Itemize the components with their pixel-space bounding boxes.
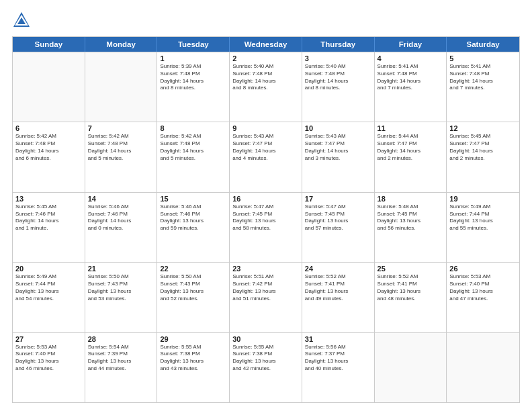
- day-info: Sunrise: 5:55 AM Sunset: 7:38 PM Dayligh…: [160, 344, 226, 373]
- day-info: Sunrise: 5:48 AM Sunset: 7:45 PM Dayligh…: [378, 203, 444, 232]
- logo: [12, 11, 34, 30]
- calendar-cell: 12Sunrise: 5:45 AM Sunset: 7:47 PM Dayli…: [447, 122, 519, 191]
- calendar-cell: 1Sunrise: 5:39 AM Sunset: 7:48 PM Daylig…: [157, 52, 230, 122]
- calendar-row: 13Sunrise: 5:45 AM Sunset: 7:46 PM Dayli…: [13, 192, 519, 262]
- day-info: Sunrise: 5:42 AM Sunset: 7:48 PM Dayligh…: [15, 133, 82, 162]
- calendar-cell: [85, 52, 158, 122]
- calendar-cell: 30Sunrise: 5:55 AM Sunset: 7:38 PM Dayli…: [230, 333, 302, 402]
- calendar-cell: [13, 52, 85, 122]
- day-number: 9: [232, 124, 299, 132]
- day-info: Sunrise: 5:42 AM Sunset: 7:48 PM Dayligh…: [160, 133, 226, 162]
- day-number: 17: [305, 195, 371, 203]
- calendar-cell: 15Sunrise: 5:46 AM Sunset: 7:46 PM Dayli…: [157, 193, 230, 262]
- day-info: Sunrise: 5:52 AM Sunset: 7:41 PM Dayligh…: [378, 273, 444, 302]
- calendar-cell: 26Sunrise: 5:53 AM Sunset: 7:40 PM Dayli…: [447, 263, 519, 332]
- day-number: 29: [160, 335, 226, 343]
- day-info: Sunrise: 5:52 AM Sunset: 7:41 PM Dayligh…: [305, 273, 371, 302]
- calendar-cell: 7Sunrise: 5:42 AM Sunset: 7:48 PM Daylig…: [85, 122, 158, 191]
- day-number: 26: [449, 265, 517, 273]
- day-info: Sunrise: 5:50 AM Sunset: 7:43 PM Dayligh…: [160, 273, 226, 302]
- calendar-cell: 23Sunrise: 5:51 AM Sunset: 7:42 PM Dayli…: [230, 263, 302, 332]
- day-number: 13: [15, 195, 82, 203]
- day-info: Sunrise: 5:45 AM Sunset: 7:47 PM Dayligh…: [449, 133, 517, 162]
- day-info: Sunrise: 5:41 AM Sunset: 7:48 PM Dayligh…: [378, 63, 444, 92]
- day-number: 30: [232, 335, 299, 343]
- day-info: Sunrise: 5:43 AM Sunset: 7:47 PM Dayligh…: [232, 133, 299, 162]
- calendar-row: 6Sunrise: 5:42 AM Sunset: 7:48 PM Daylig…: [13, 122, 519, 191]
- calendar-cell: 21Sunrise: 5:50 AM Sunset: 7:43 PM Dayli…: [85, 263, 158, 332]
- day-number: 18: [378, 195, 444, 203]
- calendar-row: 20Sunrise: 5:49 AM Sunset: 7:44 PM Dayli…: [13, 262, 519, 332]
- day-number: 1: [160, 54, 226, 62]
- calendar-cell: 6Sunrise: 5:42 AM Sunset: 7:48 PM Daylig…: [13, 122, 85, 191]
- logo-icon: [12, 11, 31, 30]
- calendar-cell: [447, 333, 519, 402]
- day-info: Sunrise: 5:47 AM Sunset: 7:45 PM Dayligh…: [305, 203, 371, 232]
- calendar-cell: [375, 333, 447, 402]
- day-info: Sunrise: 5:50 AM Sunset: 7:43 PM Dayligh…: [88, 273, 154, 302]
- weekday-header: Tuesday: [157, 37, 230, 52]
- day-number: 10: [305, 124, 371, 132]
- day-number: 19: [449, 195, 517, 203]
- day-number: 15: [160, 195, 226, 203]
- day-info: Sunrise: 5:54 AM Sunset: 7:39 PM Dayligh…: [88, 344, 154, 373]
- calendar-cell: 22Sunrise: 5:50 AM Sunset: 7:43 PM Dayli…: [157, 263, 230, 332]
- day-number: 20: [15, 265, 82, 273]
- weekday-header: Wednesday: [230, 37, 302, 52]
- day-info: Sunrise: 5:42 AM Sunset: 7:48 PM Dayligh…: [88, 133, 154, 162]
- weekday-header: Sunday: [13, 37, 85, 52]
- calendar-cell: 20Sunrise: 5:49 AM Sunset: 7:44 PM Dayli…: [13, 263, 85, 332]
- day-number: 23: [232, 265, 299, 273]
- day-number: 16: [232, 195, 299, 203]
- day-info: Sunrise: 5:45 AM Sunset: 7:46 PM Dayligh…: [15, 203, 82, 232]
- calendar-row: 27Sunrise: 5:53 AM Sunset: 7:40 PM Dayli…: [13, 332, 519, 402]
- day-number: 4: [378, 54, 444, 62]
- weekday-header: Monday: [85, 37, 158, 52]
- calendar-cell: 18Sunrise: 5:48 AM Sunset: 7:45 PM Dayli…: [375, 193, 447, 262]
- calendar-header: SundayMondayTuesdayWednesdayThursdayFrid…: [13, 37, 519, 52]
- calendar-cell: 4Sunrise: 5:41 AM Sunset: 7:48 PM Daylig…: [375, 52, 447, 122]
- calendar-cell: 10Sunrise: 5:43 AM Sunset: 7:47 PM Dayli…: [302, 122, 375, 191]
- calendar-cell: 2Sunrise: 5:40 AM Sunset: 7:48 PM Daylig…: [230, 52, 302, 122]
- day-number: 6: [15, 124, 82, 132]
- calendar-cell: 31Sunrise: 5:56 AM Sunset: 7:37 PM Dayli…: [302, 333, 375, 402]
- day-info: Sunrise: 5:51 AM Sunset: 7:42 PM Dayligh…: [232, 273, 299, 302]
- day-info: Sunrise: 5:46 AM Sunset: 7:46 PM Dayligh…: [160, 203, 226, 232]
- day-info: Sunrise: 5:55 AM Sunset: 7:38 PM Dayligh…: [232, 344, 299, 373]
- calendar-cell: 11Sunrise: 5:44 AM Sunset: 7:47 PM Dayli…: [375, 122, 447, 191]
- weekday-header: Thursday: [302, 37, 375, 52]
- day-info: Sunrise: 5:49 AM Sunset: 7:44 PM Dayligh…: [449, 203, 517, 232]
- calendar: SundayMondayTuesdayWednesdayThursdayFrid…: [12, 36, 520, 403]
- day-number: 5: [449, 54, 517, 62]
- day-number: 21: [88, 265, 154, 273]
- day-number: 31: [305, 335, 371, 343]
- day-number: 11: [378, 124, 444, 132]
- calendar-row: 1Sunrise: 5:39 AM Sunset: 7:48 PM Daylig…: [13, 52, 519, 122]
- day-number: 14: [88, 195, 154, 203]
- day-info: Sunrise: 5:56 AM Sunset: 7:37 PM Dayligh…: [305, 344, 371, 373]
- day-info: Sunrise: 5:39 AM Sunset: 7:48 PM Dayligh…: [160, 63, 226, 92]
- header: [12, 11, 520, 30]
- day-number: 24: [305, 265, 371, 273]
- day-number: 2: [232, 54, 299, 62]
- calendar-cell: 8Sunrise: 5:42 AM Sunset: 7:48 PM Daylig…: [157, 122, 230, 191]
- day-info: Sunrise: 5:53 AM Sunset: 7:40 PM Dayligh…: [15, 344, 82, 373]
- day-number: 7: [88, 124, 154, 132]
- day-info: Sunrise: 5:40 AM Sunset: 7:48 PM Dayligh…: [305, 63, 371, 92]
- calendar-cell: 13Sunrise: 5:45 AM Sunset: 7:46 PM Dayli…: [13, 193, 85, 262]
- day-number: 3: [305, 54, 371, 62]
- day-info: Sunrise: 5:41 AM Sunset: 7:48 PM Dayligh…: [449, 63, 517, 92]
- day-info: Sunrise: 5:49 AM Sunset: 7:44 PM Dayligh…: [15, 273, 82, 302]
- day-number: 28: [88, 335, 154, 343]
- calendar-cell: 28Sunrise: 5:54 AM Sunset: 7:39 PM Dayli…: [85, 333, 158, 402]
- calendar-cell: 5Sunrise: 5:41 AM Sunset: 7:48 PM Daylig…: [447, 52, 519, 122]
- day-info: Sunrise: 5:47 AM Sunset: 7:45 PM Dayligh…: [232, 203, 299, 232]
- calendar-cell: 16Sunrise: 5:47 AM Sunset: 7:45 PM Dayli…: [230, 193, 302, 262]
- day-info: Sunrise: 5:40 AM Sunset: 7:48 PM Dayligh…: [232, 63, 299, 92]
- day-number: 25: [378, 265, 444, 273]
- calendar-page: SundayMondayTuesdayWednesdayThursdayFrid…: [0, 0, 532, 411]
- day-info: Sunrise: 5:46 AM Sunset: 7:46 PM Dayligh…: [88, 203, 154, 232]
- calendar-cell: 14Sunrise: 5:46 AM Sunset: 7:46 PM Dayli…: [85, 193, 158, 262]
- calendar-cell: 27Sunrise: 5:53 AM Sunset: 7:40 PM Dayli…: [13, 333, 85, 402]
- calendar-cell: 3Sunrise: 5:40 AM Sunset: 7:48 PM Daylig…: [302, 52, 375, 122]
